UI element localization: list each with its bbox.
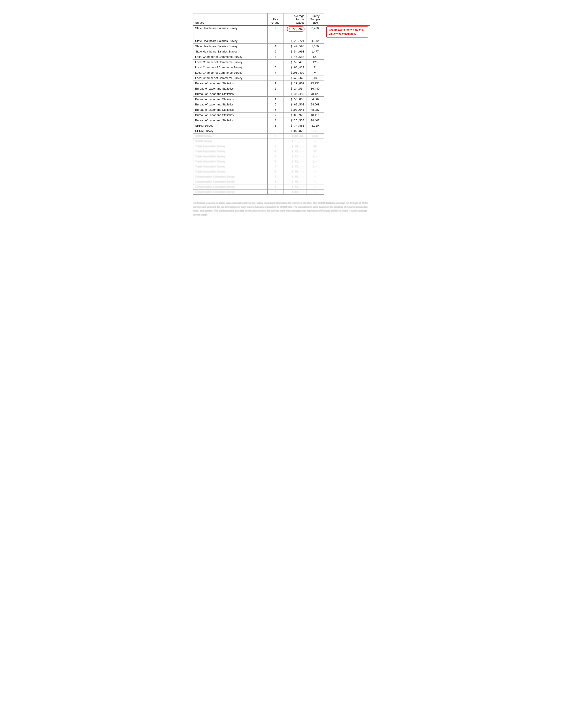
cell-blurred: $---,--- [283, 139, 306, 144]
table-row: Bureau of Labor and Statistics5$ 61,5002… [193, 102, 370, 107]
cell-annotation [324, 60, 370, 65]
cell-blurred: Compensation Consultant Survey [193, 174, 267, 179]
cell-survey: SHRM Survey [193, 123, 267, 128]
cell-blurred: --- [306, 179, 324, 184]
cell-annotation [324, 123, 370, 128]
cell-wages: $102,829 [283, 128, 306, 134]
cell-blurred: 7 [267, 164, 283, 169]
cell-blurred: $ 96,--- [283, 169, 306, 174]
cell-blurred: $ 63,--- [283, 159, 306, 164]
cell-grade: 8 [267, 118, 283, 123]
highlighted-wage-value: $ 22,594 [287, 26, 305, 32]
cell-survey: Bureau of Labor and Statistics [193, 81, 267, 86]
cell-blurred [324, 174, 370, 179]
cell-survey: State Healthcare Salaries Survey [193, 25, 267, 38]
cell-blurred [324, 149, 370, 154]
cell-wages: $ 28,721 [283, 38, 306, 44]
table-row: Bureau of Labor and Statistics4$ 50,8505… [193, 97, 370, 102]
cell-blurred: --- [306, 139, 324, 144]
cell-sample: 3,420 [306, 25, 324, 38]
cell-survey: Bureau of Labor and Statistics [193, 97, 267, 102]
cell-sample: 4,512 [306, 38, 324, 44]
cell-blurred: 1,--- [306, 154, 324, 159]
cell-blurred [324, 144, 370, 149]
cell-survey: Bureau of Labor and Statistics [193, 86, 267, 91]
cell-grade: 3 [267, 38, 283, 44]
table-row-blurred: Trade Association Survey5$ 57,---1,--- [193, 154, 370, 159]
cell-blurred: 3 [267, 174, 283, 179]
cell-annotation [324, 107, 370, 113]
cell-sample: 74 [306, 70, 324, 75]
cell-sample: 13 [306, 75, 324, 81]
cell-blurred: 86 [306, 144, 324, 149]
cell-wages: $ 22,594 [283, 25, 306, 38]
cell-blurred [324, 139, 370, 144]
cell-wages: $ 36,439 [283, 91, 306, 97]
table-row-blurred: SHRM Survey-$---,------ [193, 139, 370, 144]
table-row-blurred: Trade Association Survey6$ 63,---1,--- [193, 159, 370, 164]
cell-blurred: $ 46,--- [283, 179, 306, 184]
header-note-col [324, 13, 370, 26]
cell-wages: $ 46,530 [283, 54, 306, 60]
cell-blurred: 8 [267, 169, 283, 174]
cell-blurred: Trade Association Survey [193, 144, 267, 149]
table-row: Bureau of Labor and Statistics2$ 24,5543… [193, 86, 370, 91]
cell-blurred: 5 [267, 154, 283, 159]
cell-blurred: 5 [267, 184, 283, 190]
cell-blurred: 4 [267, 179, 283, 184]
cell-wages: $ 59,475 [283, 60, 306, 65]
cell-blurred [324, 179, 370, 184]
cell-wages: $ 24,554 [283, 86, 306, 91]
cell-annotation [324, 75, 370, 81]
cell-sample: 24,008 [306, 102, 324, 107]
cell-annotation [324, 128, 370, 134]
cell-blurred: $ 55,--- [283, 184, 306, 190]
cell-sample: 78,122 [306, 91, 324, 97]
cell-grade: 6 [267, 65, 283, 70]
cell-blurred: 87 [306, 149, 324, 154]
cell-annotation [324, 86, 370, 91]
cell-grade: 6 [267, 128, 283, 134]
table-row-blurred: SHRM Survey7$108,44-1,467 [193, 134, 370, 139]
table-row: Bureau of Labor and Statistics3$ 36,4397… [193, 91, 370, 97]
cell-blurred: Trade Association Survey [193, 169, 267, 174]
table-row: State Healthcare Salaries Survey2$ 22,59… [193, 25, 370, 38]
cell-blurred [324, 159, 370, 164]
cell-blurred: 7 [267, 134, 283, 139]
table-row-blurred: Compensation Consultant Survey7$104,----… [193, 190, 370, 195]
cell-blurred [324, 134, 370, 139]
cell-blurred [324, 184, 370, 190]
cell-survey: State Healthcare Salaries Survey [193, 49, 267, 54]
cell-blurred: --- [306, 174, 324, 179]
cell-blurred: $ 40,--- [283, 174, 306, 179]
cell-wages: $ 19,802 [283, 81, 306, 86]
table-row: Local Chamber of Commerce Survey8$149,34… [193, 75, 370, 81]
cell-blurred: 1,--- [306, 164, 324, 169]
cell-annotation [324, 70, 370, 75]
cell-grade: 4 [267, 44, 283, 49]
header-sample-size: Survey Sample Size [306, 13, 324, 26]
cell-blurred: --- [306, 190, 324, 195]
cell-blurred: $ 75,--- [283, 164, 306, 169]
cell-sample: 3,720 [306, 123, 324, 128]
cell-blurred: 4 [267, 149, 283, 154]
table-row: Local Chamber of Commerce Survey5$ 59,47… [193, 60, 370, 65]
cell-blurred: 7 [267, 190, 283, 195]
cell-sample: 18,111 [306, 113, 324, 118]
cell-blurred: $108,44- [283, 134, 306, 139]
cell-grade: 6 [267, 107, 283, 113]
table-row-blurred: Trade Association Survey3$ 36,---86 [193, 144, 370, 149]
cell-sample: 1,180 [306, 44, 324, 49]
cell-blurred [324, 169, 370, 174]
footer-text: To illustrate a source of salary data us… [193, 201, 370, 217]
cell-blurred: $104,--- [283, 190, 306, 195]
cell-wages: $103,920 [283, 113, 306, 118]
cell-blurred [324, 190, 370, 195]
cell-wages: $ 54,998 [283, 49, 306, 54]
cell-blurred: Trade Association Survey [193, 159, 267, 164]
cell-blurred: Compensation Consultant Survey [193, 190, 267, 195]
cell-blurred: SHRM Survey [193, 139, 267, 144]
cell-annotation [324, 102, 370, 107]
cell-grade: 2 [267, 86, 283, 91]
cell-wages: $ 61,500 [283, 102, 306, 107]
